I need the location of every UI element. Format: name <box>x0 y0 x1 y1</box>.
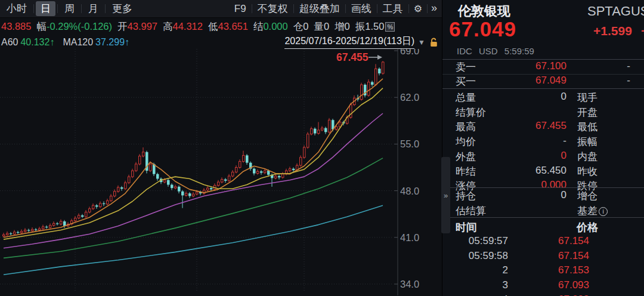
tab-5[interactable]: 更多 <box>107 1 137 16</box>
quote-row: 昨结65.450昨收 <box>442 165 644 179</box>
period-tabs: 小时日周月更多 <box>0 1 139 16</box>
quote-value: 65.450 <box>496 165 566 177</box>
ma120-value: 37.299↑ <box>95 37 129 48</box>
tick-row[interactable]: 467.093 <box>442 294 644 296</box>
ma-green <box>4 158 383 258</box>
last-price: 67.049 <box>449 17 516 41</box>
tick-time: 05:59:58 <box>454 250 508 262</box>
panel-collapse-handle[interactable]: » <box>441 157 450 233</box>
quote-label: 结算价 <box>456 106 486 119</box>
quote-label-2: 振幅 <box>577 135 597 149</box>
ma-indicator-row: A60 40.132↑ MA120 37.299↑ 2025/07/16-202… <box>0 35 442 49</box>
quote-label: 外盘 <box>456 150 476 164</box>
stat-group: 开43.997 <box>117 20 157 33</box>
action-button[interactable]: 工具 <box>377 1 408 16</box>
tick-price-header: 价格 <box>550 220 598 235</box>
quote-panel: 伦敦银现 SPTAGUSD 67.049 +1.599 + IDC USD 5:… <box>442 0 644 296</box>
stat-value: 1.50 <box>365 21 384 32</box>
stat-label: 高 <box>163 20 173 33</box>
stat-group: 量0 <box>314 20 329 33</box>
stat-value: 43.651 <box>218 21 247 32</box>
stat-group: 低43.651 <box>208 20 248 33</box>
tick-price: 67.153 <box>532 264 589 276</box>
chevron-down-icon[interactable]: ▼ <box>418 38 425 47</box>
svg-text:62.0: 62.0 <box>400 92 419 103</box>
stat-value: 0 <box>303 21 308 32</box>
stat-group: 仓0 <box>293 20 309 33</box>
tab-2[interactable]: 日 <box>36 1 55 16</box>
action-button[interactable]: 超级叠加 <box>294 1 345 16</box>
stat-group: 幅-0.29%(-0.126) <box>36 20 112 33</box>
quote-row: 均价-振幅 <box>442 135 644 149</box>
quote-label: 总量 <box>456 91 476 104</box>
stat-group: 43.885 <box>1 21 31 32</box>
quote-row: 持仓0增仓 <box>442 189 644 204</box>
ma60-label: A60 <box>1 37 18 48</box>
quote-label-2: 现手 <box>577 91 597 104</box>
info-circle-icon[interactable]: i <box>599 207 608 216</box>
bid-row[interactable]: 买一 67.049 - <box>442 75 644 89</box>
quote-row: 外盘0内盘 <box>442 150 644 164</box>
quote-label-2: 开盘 <box>577 106 597 119</box>
gear-icon[interactable]: ⚙ <box>409 3 427 14</box>
svg-text:69.0: 69.0 <box>400 49 419 56</box>
stat-group: 增0 <box>335 20 350 33</box>
divider <box>442 88 644 89</box>
chart-toolbar: 小时日周月更多 F9不复权超级叠加画线工具 ⚙ » <box>0 0 442 18</box>
more-chevron-icon[interactable]: » <box>428 2 442 16</box>
stat-value: 0 <box>345 21 350 32</box>
stat-value: 0 <box>324 21 329 32</box>
tick-row[interactable]: 367.093 <box>442 279 644 294</box>
ma120-label: MA120 <box>63 37 93 48</box>
quote-label-2: 内盘 <box>577 150 597 164</box>
source-currency-time: IDC USD 5:59:59 <box>457 46 534 56</box>
percent-box-icon[interactable]: % <box>385 22 395 32</box>
tick-time: 2 <box>454 264 508 276</box>
tick-price: 67.093 <box>532 279 589 291</box>
quote-label-2: 基差i <box>577 204 608 218</box>
tick-time: 3 <box>454 279 508 291</box>
quote-row: 最高67.455最低 <box>442 120 644 134</box>
ask-row[interactable]: 卖一 67.100 - <box>442 60 644 75</box>
unlock-icon[interactable] <box>429 38 438 47</box>
date-range-selector[interactable]: 2025/07/16-2025/12/19(113日) <box>284 35 414 49</box>
tab-1[interactable]: 小时 <box>2 1 32 16</box>
ma-yellow <box>4 88 383 240</box>
quote-value: - <box>496 135 566 147</box>
tick-row[interactable]: 267.153 <box>442 264 644 279</box>
action-button[interactable]: F9 <box>229 2 252 16</box>
tick-price: 67.154 <box>532 235 589 247</box>
tab-3[interactable]: 周 <box>60 1 79 16</box>
quote-label: 持仓 <box>456 189 476 203</box>
bid-label: 买一 <box>456 75 476 88</box>
divider <box>442 59 644 60</box>
action-button[interactable]: 画线 <box>346 1 377 16</box>
quote-value: 0 <box>496 150 566 162</box>
svg-text:48.0: 48.0 <box>400 186 419 196</box>
bid-volume: - <box>621 75 630 87</box>
stat-group: 振1.50% <box>355 20 395 33</box>
stat-value: 44.312 <box>173 21 203 32</box>
tick-row[interactable]: 05:59:5767.154 <box>442 235 644 249</box>
quote-label: 昨结 <box>456 165 476 178</box>
ma-cyan <box>4 205 383 275</box>
ask-volume: - <box>621 60 630 72</box>
stat-value: 0.000 <box>263 21 287 32</box>
svg-text:55.0: 55.0 <box>400 138 419 149</box>
action-button[interactable]: 不复权 <box>252 1 293 16</box>
ask-price: 67.100 <box>496 60 566 72</box>
quote-row: 结算价开盘 <box>442 106 644 120</box>
quote-label-2: 昨收 <box>577 165 597 178</box>
tick-price: 67.154 <box>532 250 589 262</box>
candlestick-chart[interactable]: 69.062.055.048.041.034.067.455 <box>0 49 442 295</box>
stat-group: 高44.312 <box>163 20 203 33</box>
tab-4[interactable]: 月 <box>83 1 103 16</box>
stat-label: 振 <box>355 20 366 33</box>
tick-time-header: 时间 <box>456 220 477 235</box>
tick-price: 67.093 <box>532 294 589 296</box>
trading-app-window: 小时日周月更多 F9不复权超级叠加画线工具 ⚙ » 43.885幅-0.29%(… <box>0 0 644 296</box>
quote-label: 最高 <box>456 120 476 134</box>
tick-row[interactable]: 05:59:5867.154 <box>442 250 644 264</box>
toolbar-actions: F9不复权超级叠加画线工具 <box>229 1 409 16</box>
ask-label: 卖一 <box>456 60 476 74</box>
